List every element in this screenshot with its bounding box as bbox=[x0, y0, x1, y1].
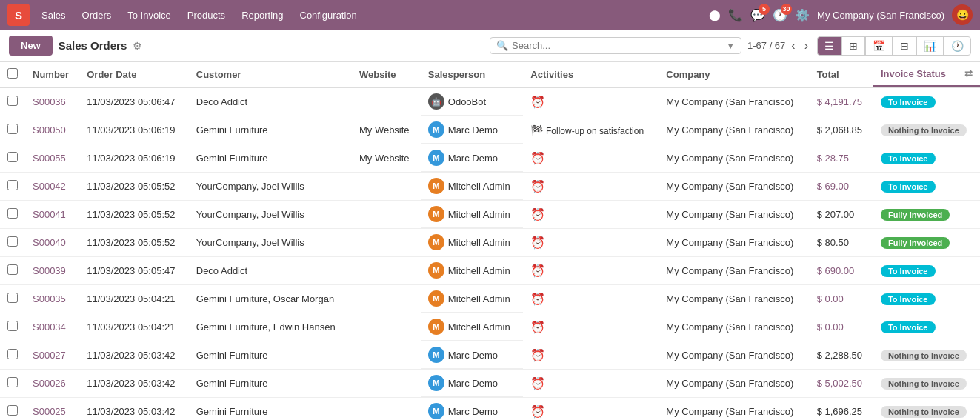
order-number[interactable]: S00034 bbox=[25, 313, 79, 341]
customer-name[interactable]: Gemini Furniture bbox=[189, 116, 352, 144]
customer-name[interactable]: Gemini Furniture bbox=[189, 370, 352, 398]
invoice-status: Fully Invoiced bbox=[873, 229, 980, 257]
customer-name[interactable]: YourCompany, Joel Willis bbox=[189, 173, 352, 201]
table-row[interactable]: S0003611/03/2023 05:06:47Deco Addict🤖Odo… bbox=[0, 87, 980, 116]
activity[interactable]: ⏰ bbox=[523, 229, 659, 257]
row-checkbox[interactable] bbox=[7, 152, 18, 162]
row-checkbox[interactable] bbox=[7, 96, 18, 106]
salesperson-avatar: M bbox=[428, 290, 444, 307]
order-number[interactable]: S00026 bbox=[25, 370, 79, 398]
settings-icon[interactable]: ⚙️ bbox=[795, 8, 810, 22]
nav-configuration[interactable]: Configuration bbox=[293, 6, 364, 24]
activity[interactable]: 🏁 Follow-up on satisfaction bbox=[523, 116, 659, 144]
new-button[interactable]: New bbox=[9, 36, 53, 56]
toolbar: New Sales Orders ⚙ 🔍 ▼ 1-67 / 67 ‹ › ☰ ⊞… bbox=[0, 30, 980, 62]
prev-page-button[interactable]: ‹ bbox=[788, 38, 798, 54]
customer-name[interactable]: Deco Addict bbox=[189, 257, 352, 285]
table-row[interactable]: S0002611/03/2023 05:03:42Gemini Furnitur… bbox=[0, 370, 980, 398]
customer-name[interactable]: Gemini Furniture bbox=[189, 144, 352, 173]
table-row[interactable]: S0004211/03/2023 05:05:52YourCompany, Jo… bbox=[0, 173, 980, 201]
adjust-columns-icon[interactable]: ⇄ bbox=[964, 68, 973, 79]
col-header-company[interactable]: Company bbox=[659, 62, 809, 87]
gear-icon[interactable]: ⚙ bbox=[133, 40, 142, 52]
kanban-view-button[interactable]: ⊞ bbox=[841, 36, 865, 56]
row-checkbox[interactable] bbox=[7, 236, 18, 247]
col-header-total[interactable]: Total bbox=[810, 62, 873, 87]
customer-name[interactable]: Gemini Furniture, Oscar Morgan bbox=[189, 285, 352, 313]
table-row[interactable]: S0003511/03/2023 05:04:21Gemini Furnitur… bbox=[0, 285, 980, 313]
activity[interactable]: ⏰ bbox=[523, 173, 659, 201]
chat-icon[interactable]: 💬 5 bbox=[750, 8, 765, 22]
nav-products[interactable]: Products bbox=[180, 6, 233, 24]
table-row[interactable]: S0004111/03/2023 05:05:52YourCompany, Jo… bbox=[0, 201, 980, 229]
col-header-website[interactable]: Website bbox=[352, 62, 421, 87]
activity[interactable]: ⏰ bbox=[523, 257, 659, 285]
row-checkbox[interactable] bbox=[7, 264, 18, 275]
activity[interactable]: ⏰ bbox=[523, 201, 659, 229]
activity[interactable]: ⏰ bbox=[523, 144, 659, 173]
order-number[interactable]: S00055 bbox=[25, 144, 79, 173]
nav-to-invoice[interactable]: To Invoice bbox=[120, 6, 179, 24]
salesperson-avatar: 🤖 bbox=[428, 93, 444, 110]
order-number[interactable]: S00027 bbox=[25, 341, 79, 370]
table-row[interactable]: S0004011/03/2023 05:05:52YourCompany, Jo… bbox=[0, 229, 980, 257]
table-row[interactable]: S0003911/03/2023 05:05:47Deco AddictMMit… bbox=[0, 257, 980, 285]
graph-view-button[interactable]: 📊 bbox=[916, 36, 944, 56]
user-avatar[interactable]: 😀 bbox=[952, 4, 973, 25]
search-input[interactable] bbox=[512, 40, 726, 51]
table-row[interactable]: S0003411/03/2023 05:04:21Gemini Furnitur… bbox=[0, 313, 980, 341]
activity-view-button[interactable]: 🕐 bbox=[944, 36, 971, 56]
order-number[interactable]: S00041 bbox=[25, 201, 79, 229]
col-header-invoice-status[interactable]: Invoice Status ⇄ bbox=[873, 62, 980, 87]
app-logo[interactable]: S bbox=[7, 4, 30, 26]
table-row[interactable]: S0002711/03/2023 05:03:42Gemini Furnitur… bbox=[0, 341, 980, 370]
salesperson-name: Mitchell Admin bbox=[448, 321, 510, 333]
table-row[interactable]: S0005511/03/2023 05:06:19Gemini Furnitur… bbox=[0, 144, 980, 173]
customer-name[interactable]: YourCompany, Joel Willis bbox=[189, 229, 352, 257]
col-header-activities[interactable]: Activities bbox=[523, 62, 659, 87]
order-number[interactable]: S00040 bbox=[25, 229, 79, 257]
nav-reporting[interactable]: Reporting bbox=[234, 6, 290, 24]
row-checkbox[interactable] bbox=[7, 321, 18, 331]
pivot-view-button[interactable]: ⊟ bbox=[893, 36, 916, 56]
table-row[interactable]: S0002511/03/2023 05:03:42Gemini Furnitur… bbox=[0, 398, 980, 421]
customer-name[interactable]: Gemini Furniture, Edwin Hansen bbox=[189, 313, 352, 341]
nav-orders[interactable]: Orders bbox=[75, 6, 119, 24]
calendar-view-button[interactable]: 📅 bbox=[865, 36, 893, 56]
activity[interactable]: ⏰ bbox=[523, 87, 659, 116]
order-number[interactable]: S00042 bbox=[25, 173, 79, 201]
row-checkbox[interactable] bbox=[7, 293, 18, 303]
activity[interactable]: ⏰ bbox=[523, 398, 659, 421]
order-number[interactable]: S00039 bbox=[25, 257, 79, 285]
customer-name[interactable]: Gemini Furniture bbox=[189, 398, 352, 421]
customer-name[interactable]: YourCompany, Joel Willis bbox=[189, 201, 352, 229]
select-all-checkbox[interactable] bbox=[7, 68, 18, 79]
row-checkbox[interactable] bbox=[7, 377, 18, 387]
customer-name[interactable]: Deco Addict bbox=[189, 87, 352, 116]
row-checkbox[interactable] bbox=[7, 405, 18, 416]
search-dropdown-icon[interactable]: ▼ bbox=[726, 41, 735, 51]
activity[interactable]: ⏰ bbox=[523, 313, 659, 341]
row-checkbox[interactable] bbox=[7, 180, 18, 190]
order-number[interactable]: S00035 bbox=[25, 285, 79, 313]
row-checkbox[interactable] bbox=[7, 349, 18, 359]
nav-sales[interactable]: Sales bbox=[34, 6, 73, 24]
phone-icon[interactable]: 📞 bbox=[728, 8, 743, 22]
col-header-customer[interactable]: Customer bbox=[189, 62, 352, 87]
order-number[interactable]: S00025 bbox=[25, 398, 79, 421]
order-number[interactable]: S00050 bbox=[25, 116, 79, 144]
activity[interactable]: ⏰ bbox=[523, 341, 659, 370]
activity[interactable]: ⏰ bbox=[523, 285, 659, 313]
order-number[interactable]: S00036 bbox=[25, 87, 79, 116]
table-row[interactable]: S0005011/03/2023 05:06:19Gemini Furnitur… bbox=[0, 116, 980, 144]
row-checkbox[interactable] bbox=[7, 208, 18, 219]
col-header-number[interactable]: Number bbox=[25, 62, 79, 87]
customer-name[interactable]: Gemini Furniture bbox=[189, 341, 352, 370]
col-header-date[interactable]: Order Date bbox=[79, 62, 189, 87]
activity[interactable]: ⏰ bbox=[523, 370, 659, 398]
clock-icon[interactable]: 🕐 30 bbox=[773, 8, 787, 22]
row-checkbox[interactable] bbox=[7, 124, 18, 134]
list-view-button[interactable]: ☰ bbox=[817, 36, 841, 56]
col-header-salesperson[interactable]: Salesperson bbox=[421, 62, 524, 87]
next-page-button[interactable]: › bbox=[801, 38, 811, 54]
